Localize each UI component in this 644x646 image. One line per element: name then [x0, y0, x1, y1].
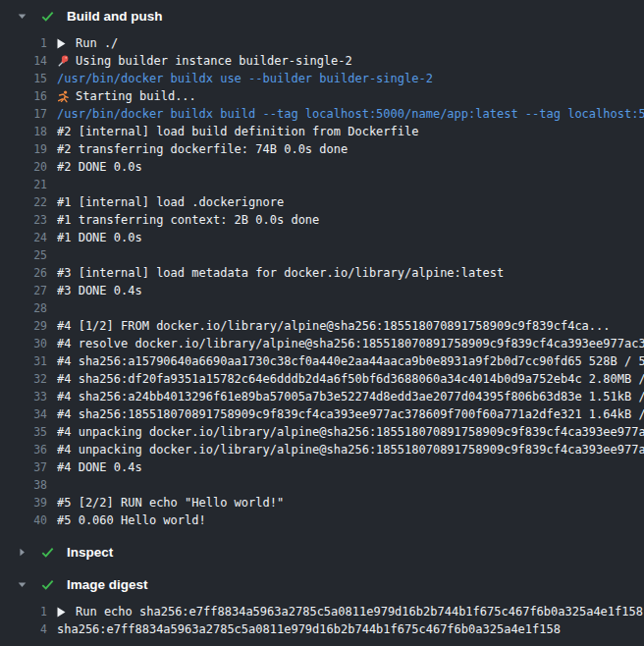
line-number[interactable]: 25 — [0, 246, 47, 264]
log-line-content: /usr/bin/docker buildx build --tag local… — [57, 105, 644, 123]
log-line: 33#4 sha256:a24bb4013296f61e89ba57005a7b… — [0, 388, 644, 405]
section-header-build-and-push[interactable]: Build and push — [0, 0, 644, 32]
log-line-content: Starting build... — [57, 87, 644, 105]
log-line: 22#1 [internal] load .dockerignore — [0, 193, 644, 211]
log-text: #2 transferring dockerfile: 74B 0.0s don… — [57, 140, 348, 158]
log-text: Run ./ — [76, 34, 118, 52]
section-build-and-push: Build and push1Run ./14Using builder ins… — [0, 0, 644, 536]
log-text: #5 0.060 Hello world! — [57, 511, 206, 529]
section-inspect: Inspect — [0, 536, 644, 568]
log-text: #4 DONE 0.4s — [57, 458, 142, 476]
log-line: 14Using builder instance builder-single-… — [0, 52, 644, 70]
log-line: 15/usr/bin/docker buildx use --builder b… — [0, 70, 644, 87]
section-header-inspect[interactable]: Inspect — [0, 536, 644, 568]
log-line: 36#4 unpacking docker.io/library/alpine@… — [0, 441, 644, 458]
command-text: /usr/bin/docker buildx build --tag local… — [57, 105, 644, 123]
line-number[interactable]: 20 — [0, 158, 47, 176]
section-header-image-digest[interactable]: Image digest — [0, 568, 644, 601]
log-text: #3 DONE 0.4s — [57, 282, 142, 299]
log-line-content: #1 [internal] load .dockerignore — [57, 193, 644, 211]
log-line-content: #4 sha256:185518070891758909c9f839cf4ca3… — [57, 405, 644, 423]
log-line: 1Run ./ — [0, 34, 644, 52]
log-line-content: #4 sha256:a15790640a6690aa1730c38cf0a440… — [57, 352, 644, 370]
log-line: 35#4 unpacking docker.io/library/alpine@… — [0, 423, 644, 441]
log-line-content: Run echo sha256:e7ff8834a5963a2785c5a081… — [57, 603, 644, 620]
log-line-content: #2 transferring dockerfile: 74B 0.0s don… — [57, 140, 644, 158]
log-text: Using builder instance builder-single-2 — [76, 52, 352, 70]
log-text: #4 resolve docker.io/library/alpine@sha2… — [57, 335, 644, 352]
line-number[interactable]: 40 — [0, 511, 47, 529]
log-line-content: #4 DONE 0.4s — [57, 458, 644, 476]
line-number[interactable]: 36 — [0, 441, 47, 458]
line-number[interactable]: 4 — [0, 620, 47, 638]
line-number[interactable]: 27 — [0, 282, 47, 299]
log-text: #4 sha256:df20fa9351a15782c64e6dddb2d4a6… — [57, 370, 644, 388]
line-number[interactable]: 33 — [0, 388, 47, 405]
line-number[interactable]: 21 — [0, 176, 47, 193]
line-number[interactable]: 1 — [0, 34, 47, 52]
runner-icon — [57, 90, 73, 103]
log-text: #5 [2/2] RUN echo "Hello world!" — [57, 494, 284, 511]
log-line: 1Run echo sha256:e7ff8834a5963a2785c5a08… — [0, 603, 644, 620]
log-lines: 1Run echo sha256:e7ff8834a5963a2785c5a08… — [0, 601, 644, 645]
line-number[interactable]: 1 — [0, 603, 47, 620]
log-line-content: #3 DONE 0.4s — [57, 282, 644, 299]
command-text: /usr/bin/docker buildx use --builder bui… — [57, 70, 433, 87]
line-number[interactable]: 23 — [0, 211, 47, 229]
run-group-expander-play-icon[interactable] — [57, 607, 73, 618]
log-line: 34#4 sha256:185518070891758909c9f839cf4c… — [0, 405, 644, 423]
section-title: Inspect — [67, 544, 113, 561]
log-text: #4 sha256:185518070891758909c9f839cf4ca3… — [57, 405, 644, 423]
log-line: 29#4 [1/2] FROM docker.io/library/alpine… — [0, 317, 644, 335]
line-number[interactable]: 39 — [0, 494, 47, 511]
log-line: 4sha256:e7ff8834a5963a2785c5a0811e979d16… — [0, 620, 644, 638]
log-line: 27#3 DONE 0.4s — [0, 282, 644, 299]
section-image-digest: Image digest1Run echo sha256:e7ff8834a59… — [0, 568, 644, 645]
log-text: Starting build... — [76, 87, 196, 105]
line-number[interactable]: 17 — [0, 105, 47, 123]
check-icon — [40, 577, 55, 592]
log-line-content: Run ./ — [57, 34, 644, 52]
line-number[interactable]: 26 — [0, 264, 47, 282]
line-number[interactable]: 29 — [0, 317, 47, 335]
line-number[interactable]: 31 — [0, 352, 47, 370]
line-number[interactable]: 35 — [0, 423, 47, 441]
run-group-expander-play-icon[interactable] — [57, 38, 73, 49]
check-icon — [40, 545, 55, 560]
log-line: 40#5 0.060 Hello world! — [0, 511, 644, 529]
log-text: #1 [internal] load .dockerignore — [57, 193, 284, 211]
log-line-content: sha256:e7ff8834a5963a2785c5a0811e979d16b… — [57, 620, 644, 638]
log-line: 23#1 transferring context: 2B 0.0s done — [0, 211, 644, 229]
log-line-content: #5 0.060 Hello world! — [57, 511, 644, 529]
line-number[interactable]: 15 — [0, 70, 47, 87]
log-line-content: #2 [internal] load build definition from… — [57, 123, 644, 140]
log-line-content: Using builder instance builder-single-2 — [57, 52, 644, 70]
section-title: Build and push — [67, 8, 163, 25]
log-line: 32#4 sha256:df20fa9351a15782c64e6dddb2d4… — [0, 370, 644, 388]
line-number[interactable]: 30 — [0, 335, 47, 352]
line-number[interactable]: 32 — [0, 370, 47, 388]
log-text: #3 [internal] load metadata for docker.i… — [57, 264, 504, 282]
log-line: 18#2 [internal] load build definition fr… — [0, 123, 644, 140]
log-line-content: #4 sha256:a24bb4013296f61e89ba57005a7b3e… — [57, 388, 644, 405]
line-number[interactable]: 14 — [0, 52, 47, 70]
log-text: #2 [internal] load build definition from… — [57, 123, 418, 140]
log-text: #2 DONE 0.0s — [57, 158, 142, 176]
line-number[interactable]: 16 — [0, 87, 47, 105]
line-number[interactable]: 28 — [0, 299, 47, 317]
line-number[interactable]: 19 — [0, 140, 47, 158]
line-number[interactable]: 24 — [0, 229, 47, 246]
log-text: sha256:e7ff8834a5963a2785c5a0811e979d16b… — [57, 620, 561, 638]
line-number[interactable]: 34 — [0, 405, 47, 423]
line-number[interactable]: 18 — [0, 123, 47, 140]
line-number[interactable]: 37 — [0, 458, 47, 476]
log-line: 30#4 resolve docker.io/library/alpine@sh… — [0, 335, 644, 352]
chevron-right-icon — [17, 547, 27, 559]
log-line: 21 — [0, 176, 644, 193]
log-text: #1 DONE 0.0s — [57, 229, 142, 246]
log-line-content: #5 [2/2] RUN echo "Hello world!" — [57, 494, 644, 511]
line-number[interactable]: 38 — [0, 476, 47, 494]
log-text: #4 sha256:a24bb4013296f61e89ba57005a7b3e… — [57, 388, 644, 405]
log-line-content: #4 [1/2] FROM docker.io/library/alpine@s… — [57, 317, 644, 335]
line-number[interactable]: 22 — [0, 193, 47, 211]
